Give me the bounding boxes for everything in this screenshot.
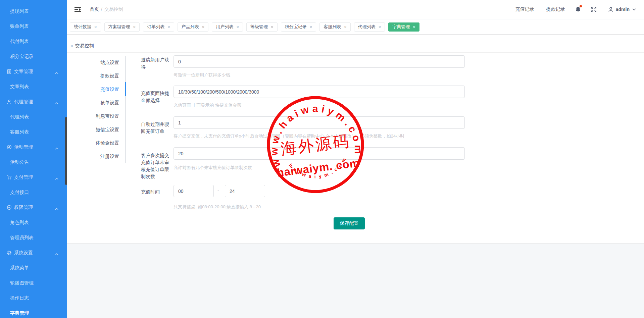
tab-item[interactable]: 用户列表×	[212, 22, 243, 32]
sidebar-item-points-records[interactable]: 积分宝记录	[0, 49, 67, 64]
field-label: 充值页面快捷金额选择	[141, 90, 170, 104]
tab-close-icon[interactable]: ×	[310, 25, 312, 29]
field-label: 邀请新用户获得	[141, 56, 170, 70]
tab-label: 积分宝记录	[285, 24, 307, 30]
sidebar-item-operation-log[interactable]: 操作日志	[0, 290, 67, 306]
notification-bell-icon[interactable]	[575, 6, 581, 12]
sidebar-item-label: 轮播图管理	[10, 280, 34, 286]
invite-reward-input[interactable]	[174, 55, 465, 68]
sidebar-group-activities[interactable]: 活动管理	[0, 140, 67, 155]
submenu-item-register-settings[interactable]: 注册设置	[67, 150, 119, 163]
sidebar-item-service-list[interactable]: 客服列表	[0, 124, 67, 140]
sidebar-menu: 提现列表 账单列表 代付列表 积分宝记录 文章管理 文章列表 代理管理 代理列表…	[0, 0, 67, 318]
sidebar-item-payment-list[interactable]: 代付列表	[0, 34, 67, 49]
tab-close-icon[interactable]: ×	[379, 25, 381, 29]
form-field-recharge-time: 充值时间 - 只支持整点, 如08:00-20:00,请直接输入 8 - 20	[67, 185, 644, 212]
submenu-divider	[125, 56, 126, 163]
tab-close-icon[interactable]: ×	[344, 25, 347, 29]
fullscreen-icon[interactable]	[591, 7, 597, 12]
submenu-item-recharge-settings[interactable]: 充值设置	[67, 83, 119, 96]
sidebar-group-agents[interactable]: 代理管理	[0, 94, 67, 109]
field-label: 客户多次提交充值订单未审核充值订单限制次数	[141, 152, 170, 180]
withdraw-records-link[interactable]: 提款记录	[546, 6, 565, 12]
submenu-item-sms-settings[interactable]: 短信宝设置	[67, 123, 119, 136]
sidebar-item-label: 支付接口	[10, 190, 29, 196]
sidebar-group-label: 支付管理	[14, 174, 33, 180]
sidebar-group-permissions[interactable]: 权限管理	[0, 200, 67, 215]
submenu-item-trial-settings[interactable]: 体验金设置	[67, 136, 119, 150]
sidebar-group-articles[interactable]: 文章管理	[0, 64, 67, 79]
sidebar-item-payment-api[interactable]: 支付接口	[0, 185, 67, 200]
submenu-item-grab-settings[interactable]: 抢单设置	[67, 96, 119, 109]
sidebar-item-bill-list[interactable]: 账单列表	[0, 19, 67, 34]
tab-label: 等级管理	[250, 24, 268, 30]
sidebar-group-label: 权限管理	[14, 205, 33, 211]
user-menu[interactable]: admin	[608, 7, 636, 12]
tab-label: 产品列表	[182, 24, 199, 30]
settings-submenu: 站点设置 提款设置 充值设置 抢单设置 利息宝设置 短信宝设置 体验金设置 注册…	[67, 56, 119, 163]
tab-close-icon[interactable]: ×	[94, 25, 97, 29]
tab-close-icon[interactable]: ×	[236, 25, 239, 29]
submenu-item-interest-settings[interactable]: 利息宝设置	[67, 109, 119, 123]
chevron-up-icon	[55, 206, 58, 211]
time-to-input[interactable]	[225, 185, 265, 197]
username-label: admin	[616, 7, 630, 12]
sidebar-item-system-menu[interactable]: 系统菜单	[0, 260, 67, 275]
recharge-records-link[interactable]: 充值记录	[515, 6, 534, 12]
chevron-down-icon	[632, 8, 636, 11]
sidebar-item-label: 操作日志	[10, 295, 29, 301]
tab-item[interactable]: 产品列表×	[178, 22, 209, 32]
field-help: 只支持整点, 如08:00-20:00,请直接输入 8 - 20	[174, 204, 261, 210]
sidebar-item-article-list[interactable]: 文章列表	[0, 79, 67, 94]
sidebar-item-role-list[interactable]: 角色列表	[0, 215, 67, 230]
tab-close-icon[interactable]: ×	[271, 25, 274, 29]
compass-icon	[7, 145, 12, 150]
quick-amounts-input[interactable]	[174, 86, 465, 98]
tab-item-active[interactable]: 字典管理×	[388, 22, 419, 32]
sidebar-item-label: 系统菜单	[10, 265, 29, 271]
tab-item[interactable]: 客服列表×	[319, 22, 351, 32]
sidebar-item-label: 客服列表	[10, 129, 29, 135]
tab-item[interactable]: 统计数据×	[70, 22, 101, 32]
content-panel: »交易控制 站点设置 提款设置 充值设置 抢单设置 利息宝设置 短信宝设置 体验…	[67, 35, 644, 244]
tab-close-icon[interactable]: ×	[133, 25, 136, 29]
sidebar-item-label: 管理员列表	[10, 235, 34, 241]
sidebar-scrollbar[interactable]	[65, 117, 67, 185]
tab-close-icon[interactable]: ×	[202, 25, 205, 29]
sidebar-item-label: 代付列表	[10, 39, 29, 45]
sidebar-item-dictionary-mgmt[interactable]: 字典管理	[0, 306, 67, 318]
chevron-up-icon	[55, 70, 58, 75]
person-icon	[7, 99, 12, 104]
tab-label: 方案组管理	[108, 24, 130, 30]
pending-limit-input[interactable]	[174, 147, 465, 160]
tab-close-icon[interactable]: ×	[167, 25, 170, 29]
sidebar-group-payments[interactable]: 支付管理	[0, 170, 67, 185]
sidebar-group-system-settings[interactable]: 系统设置	[0, 245, 67, 260]
tab-item[interactable]: 代理列表×	[354, 22, 385, 32]
sidebar-item-admin-list[interactable]: 管理员列表	[0, 230, 67, 245]
tab-close-icon[interactable]: ×	[413, 25, 415, 29]
tab-item[interactable]: 订单列表×	[143, 22, 174, 32]
chevron-up-icon	[55, 251, 58, 256]
user-avatar-icon	[608, 7, 613, 12]
sidebar-item-withdraw-list[interactable]: 提现列表	[0, 4, 67, 19]
sidebar-item-label: 积分宝记录	[10, 54, 34, 60]
auto-expire-input[interactable]	[174, 116, 465, 129]
title-divider	[67, 52, 644, 53]
time-from-input[interactable]	[174, 185, 214, 197]
submenu-item-withdraw-settings[interactable]: 提款设置	[67, 69, 119, 83]
sidebar-item-label: 代理列表	[10, 114, 29, 120]
collapse-menu-icon[interactable]	[75, 7, 81, 12]
sidebar: 提现列表 账单列表 代付列表 积分宝记录 文章管理 文章列表 代理管理 代理列表…	[0, 0, 67, 318]
sidebar-item-agent-list[interactable]: 代理列表	[0, 109, 67, 124]
submenu-item-site-settings[interactable]: 站点设置	[67, 56, 119, 69]
tab-item[interactable]: 方案组管理×	[104, 22, 140, 32]
sidebar-item-carousel-mgmt[interactable]: 轮播图管理	[0, 275, 67, 290]
sidebar-item-activity-notice[interactable]: 活动公告	[0, 155, 67, 170]
breadcrumb-home[interactable]: 首页	[90, 6, 99, 12]
save-config-button[interactable]: 保存配置	[334, 217, 365, 229]
tab-item[interactable]: 积分宝记录×	[281, 22, 316, 32]
breadcrumb: 首页/交易控制	[90, 6, 123, 12]
page-title: »交易控制	[70, 43, 94, 49]
tab-item[interactable]: 等级管理×	[246, 22, 278, 32]
